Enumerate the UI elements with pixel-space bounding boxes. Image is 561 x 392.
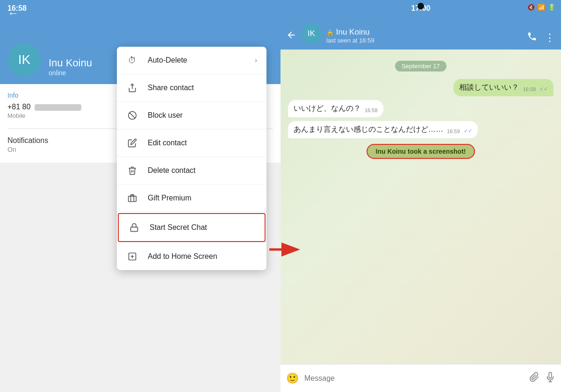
battery-icon: 🔋	[548, 4, 555, 11]
phone-blur	[35, 104, 81, 111]
avatar-large: IK	[7, 43, 41, 77]
date-divider: September 17	[288, 61, 554, 71]
mic-icon[interactable]	[545, 372, 555, 385]
back-button-chat[interactable]	[286, 30, 296, 43]
message-2: いいけど、なんの？ 16:58	[288, 100, 383, 117]
wifi-icon: 📶	[538, 4, 545, 11]
time-1: 16:58	[523, 86, 536, 92]
screenshot-notice-wrapper: Inu Koinu took a screenshot!	[367, 144, 475, 159]
chat-messages: September 17 相談していいい？ 16:58 ✓✓ いいけど、なんの？…	[280, 50, 561, 364]
auto-delete-icon: ⏱	[126, 54, 138, 66]
menu-label-auto-delete: Auto-Delete	[148, 56, 245, 64]
chat-header-actions: ⋮	[527, 31, 555, 44]
chat-header-info: 🔒 Inu Koinu last seen at 16:59	[326, 28, 522, 44]
screenshot-notice: Inu Koinu took a screenshot!	[367, 144, 475, 159]
check-1: ✓✓	[539, 86, 548, 92]
menu-label-block-user: Block user	[148, 111, 257, 120]
chat-input-bar: 🙂	[280, 364, 561, 392]
camera-notch	[417, 3, 424, 9]
delete-contact-icon	[126, 164, 138, 177]
status-icons-right: 🔇 📶 🔋	[527, 4, 555, 11]
lock-icon-chat: 🔒	[326, 29, 334, 36]
date-badge: September 17	[395, 61, 446, 71]
menu-item-add-to-home[interactable]: Add to Home Screen	[117, 243, 266, 270]
message-1: 相談していいい？ 16:58 ✓✓	[453, 79, 554, 96]
svg-rect-4	[131, 227, 138, 231]
menu-label-delete-contact: Delete contact	[148, 166, 257, 175]
bubble-2: いいけど、なんの？ 16:58	[288, 100, 383, 117]
menu-label-start-secret-chat: Start Secret Chat	[150, 223, 255, 232]
contact-name-header: Inu Koinu	[49, 57, 92, 69]
bubble-3: あんまり言えない感じのことなんだけど…… 16:59 ✓✓	[288, 121, 478, 138]
menu-label-share-contact: Share contact	[148, 84, 257, 92]
bubble-1: 相談していいい？ 16:58 ✓✓	[453, 79, 554, 96]
menu-item-block-user[interactable]: Block user	[117, 102, 266, 129]
menu-item-edit-contact[interactable]: Edit contact	[117, 129, 266, 157]
menu-item-share-contact[interactable]: Share contact	[117, 74, 266, 102]
emoji-icon[interactable]: 🙂	[286, 372, 299, 385]
message-3: あんまり言えない感じのことなんだけど…… 16:59 ✓✓	[288, 121, 478, 138]
chevron-right-icon: ›	[255, 56, 257, 64]
share-contact-icon	[126, 82, 138, 94]
right-panel: 17:00 🔇 📶 🔋 IK 🔒 Inu Koinu last seen at …	[280, 0, 561, 392]
chat-contact-name: 🔒 Inu Koinu	[326, 28, 522, 37]
contact-status-header: online	[49, 69, 92, 77]
status-bar-left: 16:58	[0, 0, 280, 17]
left-panel: 16:58 ← IK Inu Koinu online Info +81 80 …	[0, 0, 280, 392]
add-to-home-icon	[126, 250, 138, 263]
context-menu: ⏱ Auto-Delete › Share contact Block user	[117, 47, 266, 270]
more-icon[interactable]: ⋮	[545, 32, 555, 44]
header-info: Inu Koinu online	[49, 57, 92, 77]
volume-off-icon: 🔇	[527, 4, 535, 11]
red-arrow-annotation	[267, 241, 300, 258]
edit-contact-icon	[126, 137, 138, 149]
status-bar-right: 17:00 🔇 📶 🔋	[280, 0, 561, 17]
menu-item-gift-premium[interactable]: Gift Premium	[117, 185, 266, 212]
menu-label-edit-contact: Edit contact	[148, 139, 257, 147]
time-2: 16:58	[365, 107, 378, 113]
menu-item-start-secret-chat[interactable]: Start Secret Chat	[118, 213, 266, 242]
svg-rect-3	[129, 196, 137, 202]
check-3: ✓✓	[464, 128, 472, 134]
chat-last-seen: last seen at 16:59	[326, 37, 522, 44]
menu-item-delete-contact[interactable]: Delete contact	[117, 157, 266, 185]
menu-label-gift-premium: Gift Premium	[148, 194, 257, 202]
call-icon[interactable]	[527, 31, 537, 44]
secret-chat-icon	[128, 221, 140, 234]
attachment-icon[interactable]	[529, 372, 539, 385]
message-input[interactable]	[304, 374, 524, 383]
menu-label-add-to-home: Add to Home Screen	[148, 252, 257, 261]
svg-line-2	[129, 113, 135, 118]
time-3: 16:59	[447, 128, 460, 134]
menu-item-auto-delete[interactable]: ⏱ Auto-Delete ›	[117, 47, 266, 74]
avatar-chat: IK	[301, 23, 322, 44]
block-user-icon	[126, 109, 138, 121]
gift-premium-icon	[126, 192, 138, 204]
back-button-left[interactable]: ←	[7, 7, 19, 20]
